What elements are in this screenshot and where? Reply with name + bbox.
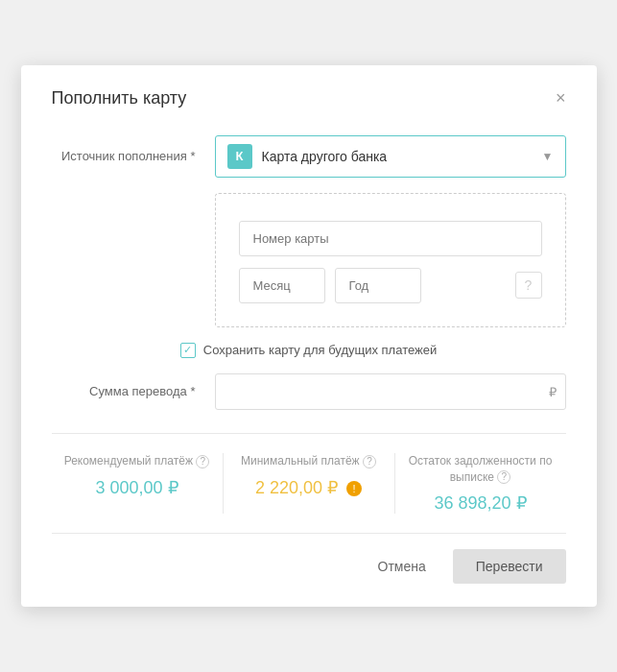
minimum-help-icon[interactable]: ? [363,455,376,468]
remainder-label: Остаток задолженности по выписке ? [403,453,558,486]
card-form-indent: ? [52,193,566,327]
cvv-help-icon[interactable]: ? [515,272,542,299]
cancel-button[interactable]: Отмена [363,551,441,582]
payment-info-bar: Рекомендуемый платёж ? 3 000,00 ₽ Минима… [52,433,566,515]
currency-symbol: ₽ [549,384,557,398]
save-card-label: Сохранить карту для будущих платежей [203,343,437,357]
recommended-payment-col: Рекомендуемый платёж ? 3 000,00 ₽ [52,453,224,515]
modal-header: Пополнить карту × [52,88,566,108]
source-selected-value: Карта другого банка [262,149,542,164]
card-form-area: ? [215,193,566,327]
source-row: Источник пополнения * К Карта другого ба… [52,135,566,178]
remainder-value: 36 898,20 ₽ [403,492,558,514]
chevron-down-icon: ▼ [542,150,554,163]
source-control: К Карта другого банка ▼ [215,135,566,178]
bank-card-icon: К [227,144,252,169]
source-label: Источник пополнения * [52,149,215,163]
minimum-value: 2 220,00 ₽ ! [231,477,387,498]
amount-label: Сумма перевода * [52,384,215,398]
source-select[interactable]: К Карта другого банка ▼ [215,135,566,178]
card-date-row: ? [239,268,542,303]
close-button[interactable]: × [556,89,566,107]
amount-input[interactable] [215,373,566,410]
submit-button[interactable]: Перевести [453,549,566,584]
warning-icon[interactable]: ! [346,481,362,496]
recommended-value: 3 000,00 ₽ [59,477,215,498]
card-year-input[interactable] [335,268,421,303]
remainder-col: Остаток задолженности по выписке ? 36 89… [395,453,566,515]
modal-footer: Отмена Перевести [52,533,566,584]
amount-row: Сумма перевода * ₽ [52,373,566,410]
card-month-input[interactable] [239,268,325,303]
save-card-row: ✓ Сохранить карту для будущих платежей [52,343,566,358]
modal-container: Пополнить карту × Источник пополнения * … [21,65,597,608]
recommended-label: Рекомендуемый платёж ? [59,453,215,469]
checkmark-icon: ✓ [183,345,192,355]
remainder-help-icon[interactable]: ? [497,470,510,484]
modal-title: Пополнить карту [52,88,187,108]
save-card-checkbox[interactable]: ✓ [180,343,196,358]
amount-control: ₽ [215,373,566,410]
minimum-label: Минимальный платёж ? [231,453,387,469]
card-number-input[interactable] [239,221,542,256]
recommended-help-icon[interactable]: ? [196,455,209,468]
minimum-payment-col: Минимальный платёж ? 2 220,00 ₽ ! [224,453,395,515]
